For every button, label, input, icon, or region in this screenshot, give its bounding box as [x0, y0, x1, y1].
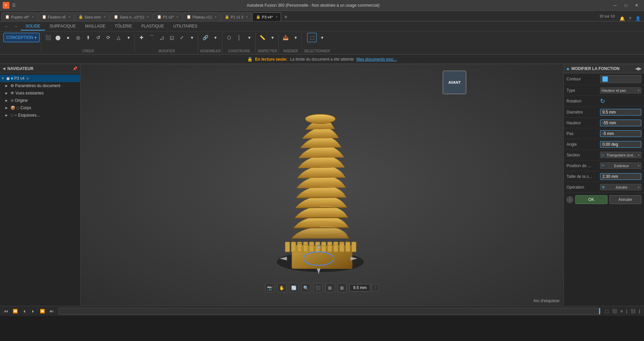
construire-axis-btn[interactable]: │	[234, 33, 244, 42]
creer-sweep-btn[interactable]: ⟳	[104, 33, 113, 42]
vp-camera-btn[interactable]: 📷	[265, 283, 274, 292]
nav-item-esquisses[interactable]: ▶ ⬡ ✏ Esquisses...	[0, 112, 80, 119]
tl-select2-btn[interactable]: ⬛	[611, 308, 619, 314]
assembler-more-btn[interactable]: ▾	[211, 33, 220, 42]
prop-input-pas[interactable]	[600, 130, 641, 137]
inserer-import-btn[interactable]: 📥	[281, 33, 290, 42]
maximize-button[interactable]: □	[621, 2, 631, 9]
tl-select-btn[interactable]: ⬚	[604, 308, 610, 314]
readonly-link[interactable]: Mes documents moc...	[357, 57, 397, 62]
mode-tab-plastique[interactable]: PLASTIQUE	[137, 22, 168, 30]
vp-grid-btn[interactable]: ⊞	[325, 283, 335, 292]
creer-tore-btn[interactable]: ◎	[73, 33, 83, 42]
tab-close-icon[interactable]: ×	[68, 15, 70, 19]
tab-p1v2[interactable]: 📋 P1 v2* ×	[153, 12, 182, 21]
creer-box-btn[interactable]: ⬛	[43, 33, 53, 42]
tab-pupitre[interactable]: 📋 Pupitre v8* ×	[1, 12, 38, 21]
prop-value-contour[interactable]	[600, 75, 641, 83]
tab-plateau[interactable]: 📋 Plateau v11 ×	[183, 12, 220, 21]
tl-play-btn[interactable]: ⏵	[30, 308, 37, 314]
tab-p3v4[interactable]: 🔒 P3 v4* ×	[252, 12, 281, 21]
tab-close-icon[interactable]: ×	[215, 15, 217, 19]
nav-item-settings-icon[interactable]: ⚙	[26, 77, 29, 80]
vp-display-btn[interactable]: ⬛	[313, 283, 323, 292]
assembler-joint-btn[interactable]: 🔗	[201, 33, 210, 42]
selectionner-more-btn[interactable]: ▾	[317, 33, 327, 42]
prop-input-taille[interactable]	[600, 173, 641, 180]
navigator-collapse-icon[interactable]: ◀	[3, 67, 5, 70]
modifier-press-pull-btn[interactable]: ✚	[137, 33, 146, 42]
creer-cylinder-btn[interactable]: ⬤	[53, 33, 63, 42]
add-tab-button[interactable]: +	[282, 13, 290, 21]
prop-input-diametre[interactable]	[600, 109, 641, 116]
conception-button[interactable]: CONCEPTION ▾	[3, 33, 40, 42]
construire-plane-btn[interactable]: ⬡	[224, 33, 234, 42]
vp-zoom-btn[interactable]: 🔍	[301, 283, 311, 292]
tab-close-icon[interactable]: ×	[32, 15, 34, 19]
nav-forward-button[interactable]: →	[12, 24, 19, 29]
axis-indicator[interactable]: AVANT	[443, 71, 470, 97]
vp-orbit-btn[interactable]: 🔄	[289, 283, 299, 292]
nav-item-vues[interactable]: ▶ 👁 Vues existantes	[0, 89, 80, 97]
tl-play-back-btn[interactable]: ⏴	[21, 308, 28, 314]
modifier-scale-btn[interactable]: ⤢	[177, 33, 186, 42]
tab-close-icon[interactable]: ×	[176, 15, 178, 19]
close-button[interactable]: ✕	[632, 2, 641, 9]
dimension-more-btn[interactable]: ⋮	[372, 284, 379, 291]
minimize-button[interactable]: ─	[610, 2, 620, 9]
inserer-more-btn[interactable]: ▾	[291, 33, 300, 42]
tl-next-btn[interactable]: ⏩	[39, 308, 46, 314]
tl-prev-btn[interactable]: ⏪	[11, 308, 19, 314]
construire-more-btn[interactable]: ▾	[245, 33, 254, 42]
user-avatar[interactable]: 👤	[633, 16, 643, 21]
tab-close-icon[interactable]: ×	[246, 15, 248, 19]
nav-item-corps[interactable]: ▶ 📦 ⬡ Corps	[0, 104, 80, 112]
creer-extrude-btn[interactable]: ⬆	[84, 33, 93, 42]
prop-input-hauteur[interactable]	[600, 120, 641, 126]
creer-more-btn[interactable]: ▾	[124, 33, 133, 42]
vp-grid2-btn[interactable]: ⊞	[337, 283, 347, 292]
viewport[interactable]: AVANT 📷 ✋ 🔄 🔍 ⬛ ⊞ ⊞ 9.5 mm ⋮ Arc d'esqui…	[80, 64, 564, 306]
inspecter-measure-btn[interactable]: 📏	[258, 33, 267, 42]
info-button[interactable]: i	[567, 196, 573, 203]
prop-dropdown-type[interactable]: Hauteur et pas ▾	[600, 87, 641, 93]
mode-tab-maillage[interactable]: MAILLAGE	[80, 22, 110, 30]
tl-select6-btn[interactable]: |	[638, 308, 641, 314]
mode-tab-tolerie[interactable]: TÔLERIE	[110, 22, 137, 30]
prop-dropdown-position[interactable]: ⊢ Extérieur ▾	[600, 162, 641, 169]
mode-tab-utilitaires[interactable]: UTILITAIRES	[169, 22, 202, 30]
modifier-chamfer-btn[interactable]: ◿	[157, 33, 166, 42]
app-menu-icon[interactable]: ☰	[12, 3, 16, 8]
tl-select3-btn[interactable]: ≡	[619, 308, 624, 314]
panel-pin-icon[interactable]: ◀▶	[635, 66, 641, 71]
nav-back-button[interactable]: ←	[3, 24, 10, 29]
nav-item-params[interactable]: ▶ ⚙ Paramètres du document	[0, 82, 80, 89]
tl-first-btn[interactable]: ⏮	[3, 308, 9, 314]
ok-button[interactable]: OK	[575, 195, 607, 204]
nav-item-root[interactable]: ▼ ◼ ■ P3 v4 ⚙	[0, 75, 80, 82]
tab-close-icon[interactable]: ×	[275, 15, 277, 19]
selectionner-select-btn[interactable]: ⬚	[307, 33, 317, 42]
tab-sans-nom[interactable]: 🔒 Sans nom ×	[75, 12, 109, 21]
inspecter-more-btn[interactable]: ▾	[268, 33, 277, 42]
tab-fixation[interactable]: 📋 Fixation v5 ×	[38, 12, 74, 21]
tab-sans-n1[interactable]: 📋 Sans n...v1*(1) ×	[110, 12, 153, 21]
tab-p1v3[interactable]: 🔒 P1 v1 3 ×	[221, 12, 252, 21]
navigator-pin-icon[interactable]: 📌	[72, 66, 77, 71]
prop-dropdown-section[interactable]: ▷ Triangulaire (ext... ▾	[600, 152, 641, 158]
timeline-track[interactable]	[58, 308, 600, 315]
rotation-icon[interactable]: ↻	[600, 97, 605, 105]
modifier-fillet-btn[interactable]: ⌒	[147, 33, 156, 42]
creer-revolve-btn[interactable]: ↺	[94, 33, 103, 42]
tl-last-btn[interactable]: ⏭	[48, 308, 55, 314]
tl-select4-btn[interactable]: |	[625, 308, 629, 314]
modifier-more-btn[interactable]: ▾	[187, 33, 197, 42]
tab-close-icon[interactable]: ×	[147, 15, 149, 19]
creer-sphere-btn[interactable]: ●	[63, 33, 73, 42]
vp-pan-btn[interactable]: ✋	[277, 283, 286, 292]
prop-input-angle[interactable]	[600, 141, 641, 148]
creer-loft-btn[interactable]: △	[114, 33, 123, 42]
prop-dropdown-operation[interactable]: ⊕ Joindre ▾	[600, 184, 641, 190]
notifications-icon[interactable]: 🔔	[618, 16, 627, 21]
nav-item-origine[interactable]: ▶ ⊕ Origine	[0, 97, 80, 104]
